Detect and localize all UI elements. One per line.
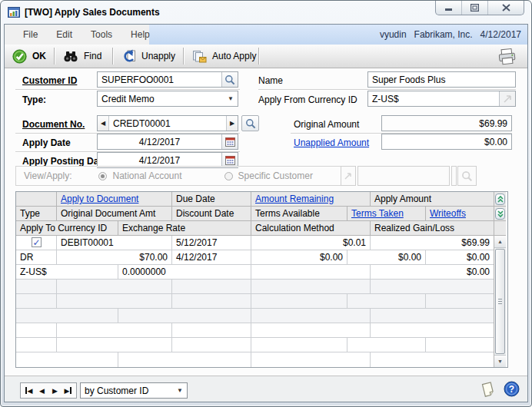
- apply-date-calendar-button[interactable]: [221, 134, 238, 149]
- cell-apply-to-document[interactable]: DEBIT00001: [57, 236, 172, 250]
- grid-cell[interactable]: [371, 352, 494, 367]
- header-terms-taken-link[interactable]: Terms Taken: [351, 208, 404, 219]
- help-icon[interactable]: ?: [504, 381, 520, 397]
- grid-cell[interactable]: [57, 294, 172, 308]
- menu-help[interactable]: Help: [121, 25, 159, 45]
- grid-cell[interactable]: [371, 323, 494, 337]
- header-original-document-amt: Original Document Amt: [57, 207, 172, 220]
- grid-cell[interactable]: [16, 338, 57, 352]
- grid-cell[interactable]: [57, 323, 172, 337]
- cell-realized-gain-loss[interactable]: $0.00: [371, 265, 494, 279]
- first-record-button[interactable]: ◀: [22, 384, 35, 397]
- find-button[interactable]: Find: [58, 47, 106, 65]
- scroll-up-arrow[interactable]: ▲: [494, 236, 506, 248]
- cell-discount-date[interactable]: 4/12/2017: [172, 250, 251, 264]
- apply-date-input[interactable]: [98, 134, 221, 149]
- print-button[interactable]: [492, 47, 523, 65]
- grid-cell[interactable]: [172, 338, 251, 352]
- unapplied-amount-link[interactable]: Unapplied Amount: [294, 137, 369, 148]
- grid-cell[interactable]: [57, 338, 172, 352]
- cell-exchange-rate[interactable]: 0.0000000: [118, 265, 251, 279]
- header-writeoffs-link[interactable]: Writeoffs: [430, 208, 466, 219]
- scroll-down-arrow[interactable]: ▼: [494, 355, 506, 367]
- grid-cell[interactable]: [251, 338, 347, 352]
- menu-file[interactable]: File: [14, 25, 47, 45]
- cell-calculation-method[interactable]: [251, 265, 371, 279]
- cell-terms-available[interactable]: $0.00: [251, 250, 347, 264]
- document-no-label[interactable]: Document No.: [22, 119, 85, 130]
- grid-row-empty: [16, 294, 494, 309]
- customer-expansion-button-disabled: [341, 166, 356, 186]
- cell-amount-remaining[interactable]: $0.01: [251, 236, 371, 250]
- last-record-button[interactable]: ▶: [62, 384, 75, 397]
- header-apply-to-document-link[interactable]: Apply to Document: [61, 194, 138, 204]
- currency-expansion-button-disabled: [499, 91, 515, 106]
- grid-header-row-2: Type Original Document Amt Discount Date…: [16, 207, 494, 221]
- sort-by-dropdown[interactable]: by Customer ID ▼: [80, 382, 188, 399]
- cell-writeoffs[interactable]: $0.00: [426, 250, 494, 264]
- expand-rows-button[interactable]: [495, 208, 505, 220]
- note-icon[interactable]: [479, 379, 497, 399]
- next-record-button[interactable]: ▶: [48, 384, 62, 397]
- customer-id-label[interactable]: Customer ID: [22, 75, 77, 86]
- grid-cell[interactable]: [172, 323, 251, 337]
- grid-cell[interactable]: [251, 352, 371, 367]
- header-amount-remaining-link[interactable]: Amount Remaining: [255, 194, 334, 204]
- grid-cell[interactable]: [172, 280, 251, 293]
- svg-text:?: ?: [509, 384, 514, 395]
- document-no-input[interactable]: [109, 116, 226, 131]
- grid-cell[interactable]: [371, 309, 494, 323]
- close-button[interactable]: [488, 1, 524, 15]
- grid-cell[interactable]: [16, 294, 57, 308]
- grid-cell[interactable]: [251, 323, 371, 337]
- session-company: Fabrikam, Inc.: [414, 25, 473, 45]
- toolbar-separator: [258, 48, 259, 65]
- name-value: Super Foods Plus: [368, 74, 515, 85]
- type-dropdown[interactable]: Credit Memo ▼: [97, 91, 238, 107]
- grid-cell[interactable]: [251, 294, 347, 308]
- grid-cell[interactable]: [347, 338, 426, 352]
- ok-button[interactable]: OK: [8, 47, 51, 65]
- customer-lookup-button-disabled: [457, 166, 477, 186]
- cell-apply-amount[interactable]: $69.99: [371, 236, 494, 250]
- grid-cell[interactable]: [16, 323, 57, 337]
- grid-cell[interactable]: [118, 309, 251, 323]
- menu-tools[interactable]: Tools: [81, 25, 121, 45]
- maximize-button[interactable]: [462, 1, 488, 15]
- document-no-lookup-button[interactable]: [241, 115, 259, 131]
- grid-cell[interactable]: [426, 338, 494, 352]
- grid-cell[interactable]: [118, 352, 251, 367]
- divider: [258, 89, 516, 90]
- customer-id-lookup-button[interactable]: [221, 72, 238, 87]
- unapply-button[interactable]: Unapply: [117, 47, 180, 65]
- apply-checkbox-cell[interactable]: [16, 236, 57, 250]
- grid-cell[interactable]: [172, 294, 251, 308]
- browse-previous-button[interactable]: ◀: [98, 116, 109, 131]
- grid-cell[interactable]: [16, 309, 118, 323]
- cell-original-document-amt[interactable]: $70.00: [57, 250, 172, 264]
- cell-due-date[interactable]: 5/12/2017: [172, 236, 251, 250]
- cell-terms-taken[interactable]: $0.00: [347, 250, 426, 264]
- grid-cell[interactable]: [371, 280, 494, 293]
- grid-cell[interactable]: [426, 294, 494, 308]
- grid-cell[interactable]: [57, 280, 172, 293]
- minimize-button[interactable]: [436, 1, 462, 15]
- grid-row-empty: [16, 338, 494, 352]
- grid-cell[interactable]: [16, 352, 118, 367]
- apply-checkbox[interactable]: [32, 237, 42, 247]
- cell-type[interactable]: DR: [16, 250, 57, 264]
- grid-cell[interactable]: [251, 309, 371, 323]
- auto-apply-button[interactable]: Auto Apply: [188, 47, 261, 65]
- previous-record-button[interactable]: ◀: [35, 384, 48, 397]
- specific-customer-field-disabled: [357, 166, 450, 186]
- grid-header-corner: [494, 221, 506, 236]
- cell-apply-to-currency-id[interactable]: Z-US$: [16, 265, 118, 279]
- browse-next-button[interactable]: ▶: [226, 116, 238, 131]
- menu-edit[interactable]: Edit: [47, 25, 81, 45]
- grid-cell[interactable]: [251, 280, 371, 293]
- scrollbar-thumb[interactable]: [495, 249, 505, 354]
- collapse-rows-button[interactable]: [495, 194, 505, 205]
- grid-cell[interactable]: [16, 280, 57, 293]
- customer-id-input[interactable]: [98, 72, 221, 87]
- grid-cell[interactable]: [347, 294, 426, 308]
